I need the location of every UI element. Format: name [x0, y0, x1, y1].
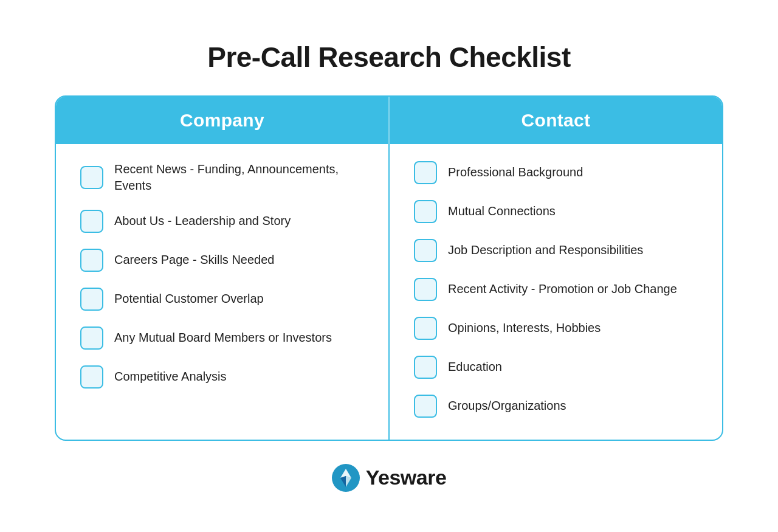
item-label: Competitive Analysis	[114, 368, 227, 385]
item-label: Potential Customer Overlap	[114, 291, 264, 307]
checkbox[interactable]	[414, 317, 437, 340]
list-item[interactable]: Recent News - Funding, Announcements, Ev…	[80, 161, 370, 194]
checklist-table: Company Contact Recent News - Funding, A…	[55, 95, 723, 441]
table-body: Recent News - Funding, Announcements, Ev…	[56, 144, 722, 440]
checkbox[interactable]	[414, 278, 437, 301]
brand-name: Yesware	[366, 466, 447, 489]
checkbox[interactable]	[414, 239, 437, 262]
item-label: Recent News - Funding, Announcements, Ev…	[114, 161, 370, 194]
checkbox[interactable]	[80, 288, 103, 311]
checkbox[interactable]	[414, 395, 437, 418]
checkbox[interactable]	[414, 200, 437, 223]
contact-column-header: Contact	[390, 97, 722, 144]
company-column-header: Company	[56, 97, 390, 144]
contact-column-body: Professional Background Mutual Connectio…	[390, 144, 722, 440]
footer: Yesware	[332, 464, 447, 492]
item-label: Careers Page - Skills Needed	[114, 252, 274, 268]
list-item[interactable]: Mutual Connections	[414, 200, 704, 223]
list-item[interactable]: Any Mutual Board Members or Investors	[80, 326, 370, 350]
list-item[interactable]: About Us - Leadership and Story	[80, 210, 370, 233]
page-title: Pre-Call Research Checklist	[207, 41, 571, 74]
item-label: Recent Activity - Promotion or Job Chang…	[448, 281, 677, 297]
company-column-body: Recent News - Funding, Announcements, Ev…	[56, 144, 390, 440]
list-item[interactable]: Groups/Organizations	[414, 395, 704, 418]
checkbox[interactable]	[80, 210, 103, 233]
list-item[interactable]: Careers Page - Skills Needed	[80, 249, 370, 272]
item-label: Mutual Connections	[448, 203, 556, 219]
item-label: About Us - Leadership and Story	[114, 213, 291, 229]
yesware-logo-icon	[332, 464, 360, 492]
list-item[interactable]: Potential Customer Overlap	[80, 288, 370, 311]
list-item[interactable]: Competitive Analysis	[80, 365, 370, 389]
yesware-logo: Yesware	[332, 464, 447, 492]
list-item[interactable]: Recent Activity - Promotion or Job Chang…	[414, 278, 704, 301]
checkbox[interactable]	[80, 326, 103, 350]
list-item[interactable]: Professional Background	[414, 161, 704, 184]
checkbox[interactable]	[80, 249, 103, 272]
item-label: Groups/Organizations	[448, 398, 566, 414]
item-label: Professional Background	[448, 164, 583, 181]
item-label: Any Mutual Board Members or Investors	[114, 330, 332, 346]
item-label: Education	[448, 359, 502, 375]
item-label: Job Description and Responsibilities	[448, 242, 643, 258]
checkbox[interactable]	[80, 365, 103, 389]
item-label: Opinions, Interests, Hobbies	[448, 320, 601, 336]
list-item[interactable]: Opinions, Interests, Hobbies	[414, 317, 704, 340]
checkbox[interactable]	[414, 161, 437, 184]
table-header: Company Contact	[56, 97, 722, 144]
checkbox[interactable]	[80, 166, 103, 189]
list-item[interactable]: Job Description and Responsibilities	[414, 239, 704, 262]
checkbox[interactable]	[414, 356, 437, 379]
list-item[interactable]: Education	[414, 356, 704, 379]
